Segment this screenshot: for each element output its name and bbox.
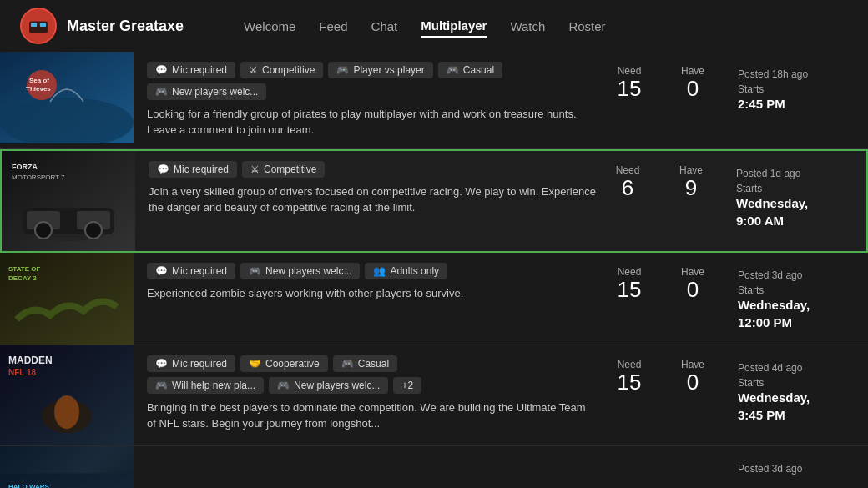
- tag-help-new: 🎮Will help new pla...: [147, 377, 264, 394]
- username: Master Greataxe: [67, 18, 184, 35]
- game-thumbnail: STATE OF DECAY 2: [0, 253, 134, 345]
- listing-desc: Join a very skilled group of drivers foc…: [149, 184, 596, 216]
- svg-text:STATE OF: STATE OF: [8, 265, 40, 273]
- svg-text:FORZA: FORZA: [12, 163, 38, 171]
- listing-stats: Posted 3d ago: [738, 456, 855, 488]
- listing-row[interactable]: STATE OF DECAY 2 💬Mic required 🎮New play…: [0, 253, 868, 345]
- tags: 💬Mic required 🎮New players welc... 👥Adul…: [147, 263, 598, 279]
- tag-more: +2: [393, 377, 421, 394]
- nav-roster[interactable]: Roster: [568, 16, 605, 37]
- stat-need: Need 6: [609, 164, 646, 200]
- listing-main: 💬Mic required ⚔Competitive Join a very s…: [149, 161, 596, 241]
- listing-body: 💬Mic required ⚔Competitive Join a very s…: [135, 151, 866, 251]
- starts-value: Wednesday,9:00 AM: [736, 194, 853, 229]
- avatar: [20, 8, 57, 44]
- tag-competitive: ⚔Competitive: [240, 62, 323, 78]
- stat-need: Need 15: [611, 65, 648, 101]
- listing-time: Posted 18h ago Starts 2:45 PM: [738, 65, 855, 113]
- starts-value: Wednesday,3:45 PM: [738, 389, 855, 424]
- svg-point-17: [85, 222, 102, 239]
- nav-chat[interactable]: Chat: [371, 16, 398, 37]
- listing-body: Posted 3d ago: [134, 446, 868, 488]
- listing-row[interactable]: HALO WARS Posted 3d ago: [0, 446, 868, 488]
- listing-desc: Bringing in the best players to dominate…: [147, 400, 598, 432]
- starts-value: Wednesday,12:00 PM: [738, 296, 855, 331]
- tag-adults-only: 👥Adults only: [365, 263, 447, 279]
- listing-time: Posted 3d ago: [738, 460, 855, 478]
- listing-stats: Need 15 Have 0 Posted 4d ago Starts Wedn…: [611, 355, 855, 435]
- svg-text:MOTORSPORT 7: MOTORSPORT 7: [12, 174, 65, 181]
- posted-ago: Posted 4d ago: [738, 362, 855, 374]
- svg-text:MADDEN: MADDEN: [8, 355, 53, 366]
- stat-need: Need 15: [611, 266, 648, 302]
- listing-stats: Need 15 Have 0 Posted 3d ago Starts Wedn…: [611, 263, 855, 335]
- tag-cooperative: 🤝Cooperative: [240, 355, 328, 372]
- listing-stats: Need 15 Have 0 Posted 18h ago Starts 2:4…: [611, 62, 855, 138]
- tag-new-players: 🎮New players welc...: [240, 263, 360, 279]
- tags: 💬Mic required ⚔Competitive: [149, 161, 596, 178]
- nav-welcome[interactable]: Welcome: [244, 16, 295, 37]
- listing-desc: Looking for a friendly group of pirates …: [147, 107, 598, 138]
- tag-new-players2: 🎮New players welc...: [269, 377, 388, 394]
- tag-new-players: 🎮New players welc...: [147, 83, 266, 100]
- listing-body: 💬Mic required ⚔Competitive 🎮Player vs pl…: [134, 52, 868, 148]
- listing-main: 💬Mic required 🤝Cooperative 🎮Casual 🎮Will…: [147, 355, 598, 435]
- listing-main: 💬Mic required 🎮New players welc... 👥Adul…: [147, 263, 598, 335]
- listing-main: [147, 456, 724, 488]
- svg-text:Sea of: Sea of: [29, 77, 49, 84]
- svg-text:NFL 18: NFL 18: [8, 368, 37, 377]
- tag-mic: 💬Mic required: [147, 355, 235, 372]
- stat-need: Need 15: [611, 359, 648, 395]
- svg-point-16: [35, 222, 52, 239]
- listing-row[interactable]: MADDEN NFL 18 💬Mic required 🤝Cooperative…: [0, 345, 868, 446]
- svg-text:HALO WARS: HALO WARS: [8, 482, 50, 488]
- tag-mic: 💬Mic required: [147, 263, 235, 279]
- listing-body: 💬Mic required 🤝Cooperative 🎮Casual 🎮Will…: [134, 345, 868, 445]
- stat-have: Have 0: [674, 359, 711, 395]
- logo-area: Master Greataxe: [20, 8, 184, 44]
- stat-have: Have 0: [674, 65, 711, 101]
- nav-links: Welcome Feed Chat Multiplayer Watch Rost…: [244, 15, 605, 38]
- tag-competitive: ⚔Competitive: [242, 161, 325, 178]
- svg-rect-3: [40, 23, 46, 27]
- content-area: Sea of Thieves 💬Mic required ⚔Competitiv…: [0, 52, 868, 488]
- listing-time: Posted 1d ago Starts Wednesday,9:00 AM: [736, 164, 853, 229]
- posted-ago: Posted 1d ago: [736, 168, 853, 179]
- starts-value: 2:45 PM: [738, 95, 855, 113]
- navigation: Master Greataxe Welcome Feed Chat Multip…: [0, 0, 868, 52]
- svg-text:DECAY 2: DECAY 2: [8, 274, 37, 282]
- tag-pvp: 🎮Player vs player: [328, 62, 432, 78]
- tag-casual: 🎮Casual: [438, 62, 502, 78]
- tag-mic: 💬Mic required: [147, 62, 235, 78]
- svg-point-25: [54, 395, 79, 429]
- svg-rect-2: [31, 23, 37, 27]
- listing-time: Posted 3d ago Starts Wednesday,12:00 PM: [738, 266, 855, 331]
- posted-ago: Posted 3d ago: [738, 463, 855, 475]
- tag-mic: 💬Mic required: [149, 161, 237, 178]
- game-thumbnail: FORZA MOTORSPORT 7: [2, 151, 135, 251]
- tags: 💬Mic required ⚔Competitive 🎮Player vs pl…: [147, 62, 598, 100]
- nav-multiplayer[interactable]: Multiplayer: [421, 15, 487, 38]
- game-thumbnail: HALO WARS: [0, 446, 134, 488]
- listing-desc: Experienced zombie slayers working with …: [147, 286, 598, 302]
- tag-casual: 🎮Casual: [333, 355, 397, 372]
- game-thumbnail: Sea of Thieves: [0, 52, 134, 143]
- posted-ago: Posted 3d ago: [738, 269, 855, 281]
- tags-row2: 🎮Will help new pla... 🎮New players welc.…: [147, 377, 598, 394]
- game-thumbnail: MADDEN NFL 18: [0, 345, 134, 445]
- listing-row[interactable]: FORZA MOTORSPORT 7 💬Mic required ⚔Compet…: [0, 149, 868, 253]
- listing-body: 💬Mic required 🎮New players welc... 👥Adul…: [134, 253, 868, 345]
- tags: 💬Mic required 🤝Cooperative 🎮Casual: [147, 355, 598, 372]
- listing-time: Posted 4d ago Starts Wednesday,3:45 PM: [738, 359, 855, 424]
- stat-have: Have 0: [674, 266, 711, 302]
- svg-text:Thieves: Thieves: [26, 85, 51, 93]
- listing-row[interactable]: Sea of Thieves 💬Mic required ⚔Competitiv…: [0, 52, 868, 149]
- listing-stats: Need 6 Have 9 Posted 1d ago Starts Wedne…: [609, 161, 853, 241]
- nav-feed[interactable]: Feed: [319, 16, 347, 37]
- nav-watch[interactable]: Watch: [510, 16, 545, 37]
- listing-main: 💬Mic required ⚔Competitive 🎮Player vs pl…: [147, 62, 598, 138]
- posted-ago: Posted 18h ago: [738, 68, 855, 80]
- stat-have: Have 9: [673, 164, 709, 200]
